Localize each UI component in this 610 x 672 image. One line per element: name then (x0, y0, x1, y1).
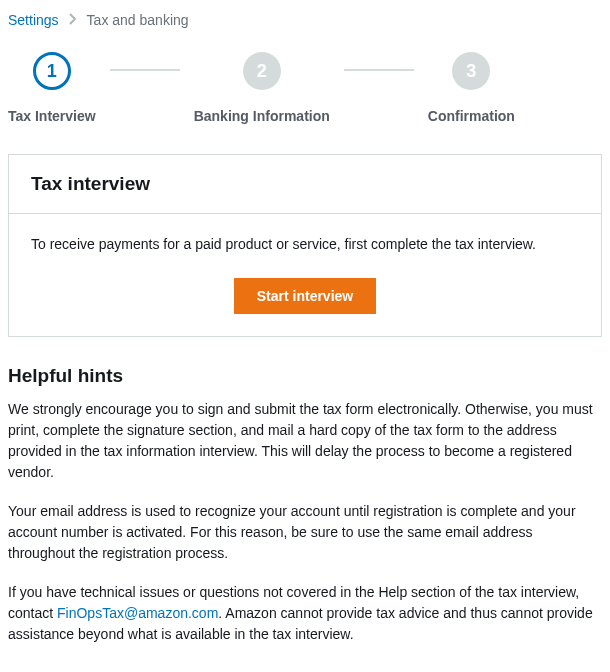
hints-title: Helpful hints (8, 365, 602, 387)
step-tax-interview: 1 Tax Interview (8, 52, 96, 124)
helpful-hints-section: Helpful hints We strongly encourage you … (8, 365, 602, 645)
breadcrumb-root[interactable]: Settings (8, 12, 59, 28)
step-banking-information: 2 Banking Information (194, 52, 330, 124)
step-connector (344, 69, 414, 71)
tax-interview-panel: Tax interview To receive payments for a … (8, 154, 602, 337)
progress-stepper: 1 Tax Interview 2 Banking Information 3 … (8, 38, 602, 154)
step-circle-1: 1 (33, 52, 71, 90)
step-label-1: Tax Interview (8, 108, 96, 124)
start-interview-button[interactable]: Start interview (234, 278, 376, 314)
step-circle-2: 2 (243, 52, 281, 90)
step-label-3: Confirmation (428, 108, 515, 124)
step-confirmation: 3 Confirmation (428, 52, 515, 124)
step-label-2: Banking Information (194, 108, 330, 124)
support-email-link[interactable]: FinOpsTax@amazon.com (57, 605, 218, 621)
breadcrumb: Settings Tax and banking (8, 8, 602, 38)
hints-paragraph-1: We strongly encourage you to sign and su… (8, 399, 602, 483)
breadcrumb-current: Tax and banking (87, 12, 189, 28)
footer-actions: Cancel (8, 663, 602, 672)
hints-paragraph-2: Your email address is used to recognize … (8, 501, 602, 564)
step-circle-3: 3 (452, 52, 490, 90)
hints-paragraph-3: If you have technical issues or question… (8, 582, 602, 645)
panel-title: Tax interview (31, 173, 579, 195)
panel-description: To receive payments for a paid product o… (31, 236, 579, 252)
chevron-right-icon (69, 12, 77, 28)
panel-body: To receive payments for a paid product o… (9, 214, 601, 336)
panel-header: Tax interview (9, 155, 601, 214)
step-connector (110, 69, 180, 71)
